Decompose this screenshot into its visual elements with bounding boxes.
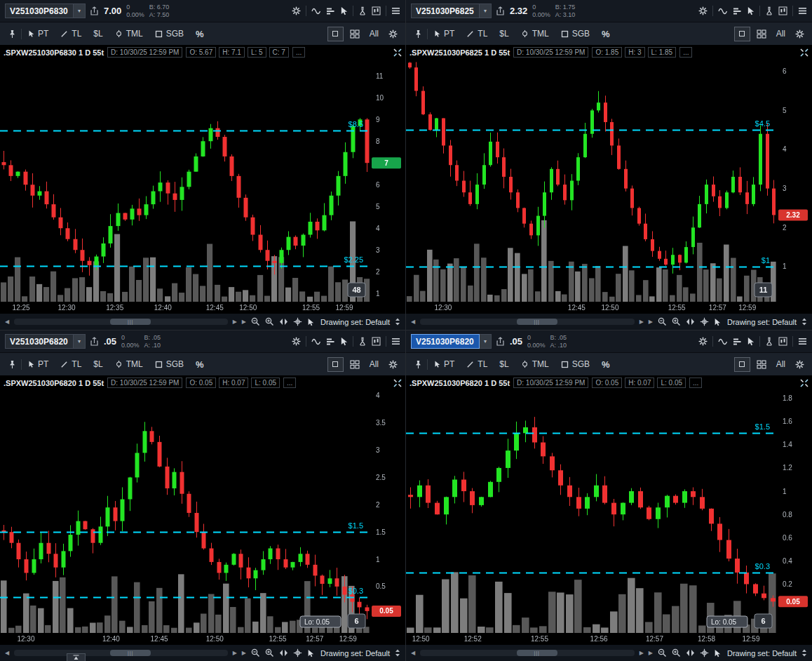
share-link-icon[interactable]: [496, 6, 504, 15]
more-stats-button[interactable]: ...: [689, 378, 702, 388]
crosshair-icon[interactable]: [700, 648, 709, 657]
symbol-dropdown-button[interactable]: ▾: [74, 334, 86, 349]
zoom-in-icon[interactable]: [672, 648, 681, 657]
single-chart-button[interactable]: [734, 27, 750, 41]
price-chart[interactable]: [0, 60, 405, 314]
scroll-left-button[interactable]: ◀: [5, 319, 9, 325]
share-link-icon[interactable]: [90, 6, 98, 15]
all-button[interactable]: All: [771, 26, 791, 41]
flask-icon[interactable]: [765, 6, 773, 15]
symbol-dropdown-button[interactable]: ▾: [74, 4, 86, 18]
studies-wave-icon[interactable]: [311, 338, 321, 345]
gear-icon[interactable]: [698, 337, 708, 346]
pin-icon[interactable]: [4, 29, 20, 39]
cursor-icon[interactable]: [340, 6, 348, 15]
scroll-left-button[interactable]: ◀: [5, 650, 9, 656]
pattern-icon[interactable]: [372, 6, 381, 15]
gear-icon[interactable]: [792, 29, 808, 39]
drawing-set-label[interactable]: Drawing set: Default: [727, 318, 797, 326]
scroll-left-button[interactable]: ◀: [411, 650, 415, 656]
pan-icon[interactable]: [279, 649, 288, 657]
single-chart-button[interactable]: [734, 357, 750, 372]
pointer-tool-button[interactable]: PT: [22, 26, 54, 41]
share-link-icon[interactable]: [496, 337, 504, 346]
more-stats-button[interactable]: ...: [283, 378, 296, 388]
menu-icon[interactable]: [391, 338, 400, 345]
scrollbar-thumb[interactable]: |||: [110, 319, 151, 325]
scrollbar-thumb[interactable]: |||: [110, 650, 151, 656]
trendline-tool-button[interactable]: TL: [461, 26, 493, 41]
scroll-left-button[interactable]: ◀: [411, 319, 415, 325]
trendline-tool-button[interactable]: TL: [461, 356, 493, 372]
time-level-tool-button[interactable]: TML: [515, 26, 555, 41]
pattern-icon[interactable]: [778, 337, 787, 346]
price-chart[interactable]: [0, 390, 405, 645]
cursor-icon[interactable]: [714, 649, 721, 657]
cursor-icon[interactable]: [714, 318, 721, 326]
scrollbar[interactable]: |||: [420, 650, 634, 656]
menu-icon[interactable]: [798, 338, 807, 345]
menu-icon[interactable]: [798, 7, 807, 15]
gear-icon[interactable]: [292, 337, 301, 346]
scrollbar[interactable]: |||: [14, 319, 227, 325]
detach-icon[interactable]: [800, 379, 808, 387]
price-level-tool-button[interactable]: $L: [494, 356, 514, 372]
price-level-tool-button[interactable]: $L: [88, 26, 108, 41]
time-level-tool-button[interactable]: TML: [109, 356, 149, 372]
trendline-tool-button[interactable]: TL: [55, 26, 87, 41]
all-button[interactable]: All: [364, 356, 384, 372]
drawing-set-arrows-icon[interactable]: [801, 649, 807, 657]
grid-layout-icon[interactable]: [753, 29, 770, 39]
symbol-dropdown-button[interactable]: ▾: [480, 334, 492, 349]
cursor-icon[interactable]: [747, 337, 755, 346]
drawing-set-label[interactable]: Drawing set: Default: [727, 649, 797, 657]
price-chart[interactable]: [406, 60, 812, 314]
crosshair-icon[interactable]: [700, 317, 709, 326]
sgb-tool-button[interactable]: SGB: [555, 356, 595, 372]
percent-tool-button[interactable]: %: [596, 356, 616, 373]
gear-icon[interactable]: [292, 6, 301, 15]
crosshair-icon[interactable]: [293, 648, 302, 657]
zoom-out-icon[interactable]: [251, 648, 260, 657]
symbol-dropdown-button[interactable]: ▾: [480, 4, 492, 18]
crosshair-icon[interactable]: [293, 317, 302, 326]
zoom-in-icon[interactable]: [265, 317, 274, 326]
pattern-icon[interactable]: [778, 6, 787, 15]
pin-icon[interactable]: [410, 29, 426, 39]
gear-icon[interactable]: [385, 29, 401, 39]
time-level-tool-button[interactable]: TML: [109, 26, 149, 41]
share-link-icon[interactable]: [90, 337, 98, 346]
scrollbar-thumb[interactable]: |||: [517, 319, 557, 325]
scroll-right-button[interactable]: ▶: [233, 650, 237, 656]
percent-tool-button[interactable]: %: [596, 26, 616, 42]
collapse-panel-tab[interactable]: [67, 653, 86, 661]
trendline-tool-button[interactable]: TL: [55, 356, 87, 372]
pan-icon[interactable]: [279, 318, 288, 326]
price-level-tool-button[interactable]: $L: [494, 26, 514, 41]
pin-icon[interactable]: [410, 360, 426, 369]
scrollbar-thumb[interactable]: |||: [517, 650, 557, 656]
single-chart-button[interactable]: [327, 357, 344, 372]
studies-wave-icon[interactable]: [311, 8, 321, 15]
fast-forward-button[interactable]: ▶: [649, 319, 653, 325]
fast-forward-button[interactable]: ▶: [649, 650, 653, 656]
zoom-out-icon[interactable]: [251, 317, 260, 326]
percent-tool-button[interactable]: %: [190, 26, 210, 42]
fast-forward-button[interactable]: ▶: [242, 319, 246, 325]
scroll-right-button[interactable]: ▶: [233, 319, 237, 325]
scrollbar[interactable]: |||: [14, 650, 227, 656]
gear-icon[interactable]: [792, 360, 808, 369]
sgb-tool-button[interactable]: SGB: [555, 26, 595, 41]
flask-icon[interactable]: [358, 6, 367, 15]
menu-icon[interactable]: [391, 7, 400, 15]
grid-layout-icon[interactable]: [753, 360, 770, 369]
scroll-right-button[interactable]: ▶: [640, 650, 644, 656]
symbol-input[interactable]: V251030P6825: [411, 4, 480, 18]
detach-icon[interactable]: [393, 379, 402, 387]
grid-layout-icon[interactable]: [346, 29, 363, 39]
pan-icon[interactable]: [686, 649, 695, 657]
more-stats-button[interactable]: ...: [679, 47, 692, 58]
flask-icon[interactable]: [358, 337, 367, 346]
pattern-icon[interactable]: [372, 337, 381, 346]
cursor-icon[interactable]: [340, 337, 348, 346]
